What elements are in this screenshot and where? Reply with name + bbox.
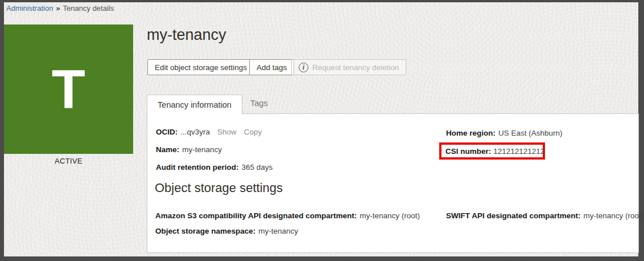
namespace-value: my-tenancy (258, 227, 298, 235)
home-region-label: Home region: (446, 129, 496, 137)
swift-compartment-label: SWIFT API designated compartment: (446, 211, 581, 220)
status-label: ACTIVE (4, 157, 133, 165)
field-home-region: Home region:US East (Ashburn) (446, 129, 563, 137)
tab-tags[interactable]: Tags (250, 99, 268, 108)
name-label: Name: (156, 145, 179, 154)
tenancy-avatar: T (4, 25, 133, 154)
csi-number-value: 121212121212 (493, 147, 544, 156)
copy-link[interactable]: Copy (244, 128, 262, 136)
swift-compartment-value: my-tenancy (root) (584, 211, 644, 220)
tenancy-details-page: Administration»Tenancy details T ACTIVE … (0, 0, 644, 261)
object-storage-heading: Object storage settings (155, 181, 283, 195)
home-region-value: US East (Ashburn) (498, 129, 563, 137)
breadcrumb-link-administration[interactable]: Administration (6, 4, 53, 13)
show-link[interactable]: Show (217, 128, 237, 136)
s3-compartment-value: my-tenancy (root) (360, 211, 420, 220)
csi-number-label: CSI number: (445, 147, 491, 156)
field-swift-compartment: SWIFT API designated compartment:my-tena… (446, 211, 643, 220)
audit-retention-label: Audit retention period: (156, 163, 239, 172)
field-namespace: Object storage namespace:my-tenancy (155, 227, 298, 235)
field-ocid: OCID:...qv3yraShowCopy (156, 128, 262, 136)
edit-object-storage-button[interactable]: Edit object storage settings (147, 59, 254, 75)
add-tags-button[interactable]: Add tags (249, 59, 294, 75)
avatar-letter: T (52, 62, 85, 117)
field-s3-compartment: Amazon S3 compatibility API designated c… (155, 211, 420, 220)
s3-compartment-label: Amazon S3 compatibility API designated c… (155, 211, 357, 220)
breadcrumb-separator: » (56, 4, 60, 13)
ocid-label: OCID: (156, 128, 177, 136)
name-value: my-tenancy (182, 145, 222, 154)
breadcrumb-current: Tenancy details (63, 4, 114, 13)
field-name: Name:my-tenancy (156, 145, 222, 154)
request-tenancy-deletion-button: i Request tenancy deletion (291, 59, 406, 75)
ocid-value: ...qv3yra (180, 128, 210, 136)
page-title: my-tenancy (147, 26, 226, 44)
breadcrumb: Administration»Tenancy details (6, 4, 114, 13)
request-tenancy-deletion-label: Request tenancy deletion (312, 63, 399, 72)
audit-retention-value: 365 days (242, 163, 273, 172)
info-icon[interactable]: i (299, 63, 308, 72)
field-audit-retention: Audit retention period:365 days (156, 163, 273, 172)
namespace-label: Object storage namespace: (155, 227, 255, 235)
tab-tenancy-information[interactable]: Tenancy information (147, 95, 242, 114)
csi-highlight-box: CSI number:121212121212 (439, 142, 545, 160)
